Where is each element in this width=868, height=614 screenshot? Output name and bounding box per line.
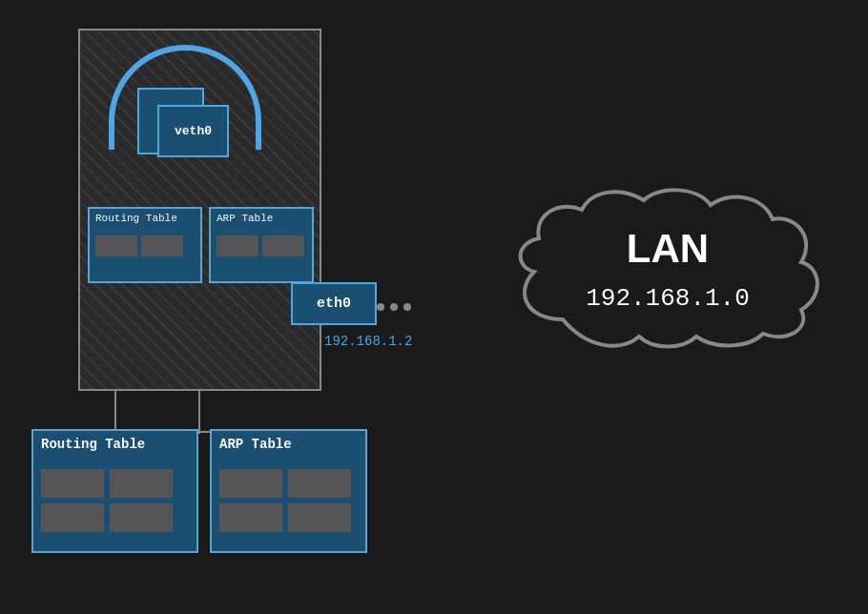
routing-outer-cell-1 [41, 469, 104, 498]
eth0-label: eth0 [317, 296, 351, 312]
arp-outer-cell-3 [219, 503, 282, 532]
arp-outer-cell-4 [288, 503, 351, 532]
routing-table-outer-box: Routing Table [31, 429, 198, 553]
lan-cloud: LAN 192.168.1.0 [506, 186, 830, 358]
lan-ip: 192.168.1.0 [586, 284, 750, 313]
connector-v-right [198, 391, 200, 434]
arp-table-inner-box: ARP Table [209, 207, 314, 283]
arp-table-cell-1 [217, 235, 258, 256]
cloud-svg: LAN 192.168.1.0 [506, 186, 830, 358]
arp-outer-cell-2 [288, 469, 351, 498]
eth0-ip-address: 192.168.1.2 [324, 334, 412, 349]
arp-table-outer-rows-1 [212, 463, 365, 503]
routing-table-cell-2 [141, 235, 183, 256]
lan-title: LAN [627, 226, 709, 271]
arp-table-inner-label: ARP Table [211, 209, 312, 228]
arp-table-cell-2 [262, 235, 304, 256]
veth0-box: veth0 [157, 105, 229, 157]
routing-table-inner-rows [90, 232, 200, 260]
routing-outer-cell-3 [41, 503, 104, 532]
arp-table-outer-label: ARP Table [212, 431, 365, 458]
routing-table-outer-label: Routing Table [33, 431, 196, 458]
dot-3 [403, 303, 411, 311]
routing-table-outer-rows-2 [33, 503, 196, 532]
arp-table-outer-box: ARP Table [210, 429, 367, 553]
main-network-container: Routing Table ARP Table [78, 29, 321, 391]
arp-table-inner-rows [211, 232, 312, 260]
connector-v-left [114, 391, 116, 434]
routing-table-inner-label: Routing Table [90, 209, 200, 228]
dot-1 [377, 303, 384, 311]
dot-2 [390, 303, 398, 311]
routing-table-inner-box: Routing Table [88, 207, 202, 283]
connection-line [377, 303, 411, 311]
routing-table-cell-1 [95, 235, 137, 256]
arp-table-outer-rows-2 [212, 503, 365, 532]
routing-table-outer-rows-1 [33, 463, 196, 503]
arp-outer-cell-1 [219, 469, 282, 498]
eth0-box: eth0 [291, 282, 377, 325]
veth0-label: veth0 [175, 124, 212, 138]
routing-outer-cell-2 [110, 469, 173, 498]
routing-outer-cell-4 [110, 503, 173, 532]
